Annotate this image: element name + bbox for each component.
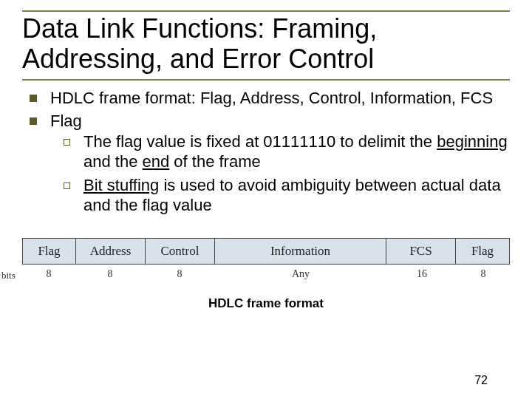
bullet-item: Flag The flag value is fixed at 01111110… <box>30 111 510 219</box>
frame-col-flag: Flag <box>23 239 76 264</box>
frame-col-flag-end: Flag <box>456 239 509 264</box>
diagram-caption: HDLC frame format <box>22 296 510 311</box>
slide-title: Data Link Functions: Framing, Addressing… <box>22 13 510 75</box>
bits-value: 8 <box>22 265 75 280</box>
slide: Data Link Functions: Framing, Addressing… <box>0 0 532 399</box>
hollow-square-bullet-icon <box>64 139 70 146</box>
bullet-item: HDLC frame format: Flag, Address, Contro… <box>30 88 510 109</box>
bits-axis-label: bits <box>1 270 16 282</box>
bits-value: 16 <box>387 265 457 280</box>
sub-bullet-text: Bit stuffing is used to avoid ambiguity … <box>83 175 510 216</box>
title-rule-bottom <box>22 79 510 81</box>
frame-diagram: bits Flag Address Control Information FC… <box>22 238 510 280</box>
hollow-square-bullet-icon <box>64 183 70 189</box>
page-number: 72 <box>474 374 488 387</box>
bullet-label: Flag <box>50 112 82 130</box>
bullet-list: HDLC frame format: Flag, Address, Contro… <box>22 88 510 219</box>
frame-col-information: Information <box>215 239 386 264</box>
frame-col-fcs: FCS <box>386 239 456 264</box>
sub-bullet-list: The flag value is fixed at 01111110 to d… <box>50 132 510 216</box>
sub-bullet-text: The flag value is fixed at 01111110 to d… <box>83 132 510 172</box>
frame-col-control: Control <box>146 239 215 264</box>
square-bullet-icon <box>30 95 37 102</box>
sub-bullet-item: The flag value is fixed at 01111110 to d… <box>64 132 510 172</box>
bits-value: 8 <box>457 265 510 280</box>
title-rule-top <box>22 10 510 12</box>
bullet-text: HDLC frame format: Flag, Address, Contro… <box>50 88 510 109</box>
sub-bullet-item: Bit stuffing is used to avoid ambiguity … <box>64 175 510 216</box>
bits-value: 8 <box>145 265 214 280</box>
bits-value: 8 <box>75 265 145 280</box>
frame-table: Flag Address Control Information FCS Fla… <box>22 238 510 265</box>
frame-col-address: Address <box>76 239 146 264</box>
bullet-text: Flag The flag value is fixed at 01111110… <box>50 111 510 219</box>
frame-bits-row: 8 8 8 Any 16 8 <box>22 265 510 280</box>
square-bullet-icon <box>30 117 37 125</box>
bits-value: Any <box>214 265 387 280</box>
